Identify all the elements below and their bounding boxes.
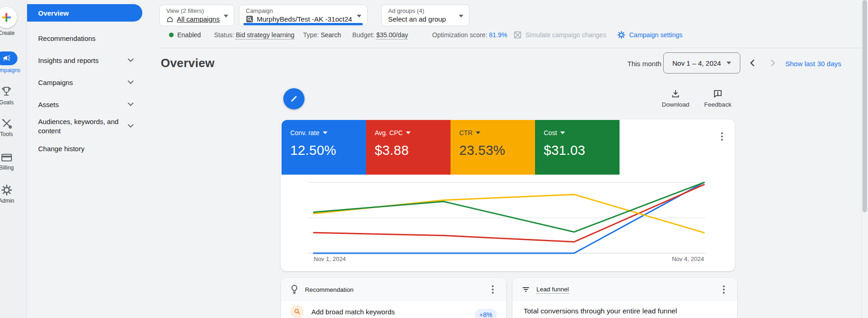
- tools-icon: [0, 118, 27, 129]
- recommendation-card: Recommendation Add broad match keywords …: [281, 278, 506, 318]
- rail-label: Billing: [0, 165, 27, 171]
- feedback-button[interactable]: Feedback: [699, 89, 736, 108]
- next-period-button: [767, 57, 779, 69]
- uplift-badge: +8%: [475, 309, 497, 318]
- performance-line-chart: [281, 175, 735, 271]
- megaphone-icon: [0, 51, 17, 65]
- rail-item-admin[interactable]: Admin: [0, 184, 27, 204]
- optimization-score: Optimization score: 81.9%: [432, 30, 507, 40]
- search-icon: [290, 305, 304, 318]
- search-campaign-icon: [246, 15, 254, 23]
- adgroup-picker-value: Select an ad group: [388, 15, 446, 23]
- nav-item-change-history[interactable]: Change history: [38, 144, 141, 153]
- x-axis-end-label: Nov 4, 2024: [672, 256, 704, 262]
- nav-item-overview[interactable]: Overview: [27, 4, 142, 22]
- budget-value[interactable]: $35.00/day: [376, 31, 408, 40]
- view-picker-value: All campaigns: [177, 15, 220, 23]
- campaign-picker-value: MurphyBeds/Test -AK -31oct24: [257, 15, 352, 23]
- nav-item-recommendations[interactable]: Recommendations: [38, 34, 141, 43]
- plus-icon: [0, 7, 17, 28]
- credit-card-icon: [0, 153, 27, 163]
- dropdown-caret-icon: [406, 131, 411, 134]
- simulate-campaign-changes-button: Simulate campaign changes: [513, 30, 606, 40]
- dropdown-caret-icon: [560, 131, 565, 134]
- rail-item-create[interactable]: Create: [0, 7, 27, 36]
- metric-selector-ctr[interactable]: CTR 23.53%: [451, 120, 535, 175]
- chart-line-avg-cpc: [314, 185, 704, 242]
- card-title[interactable]: Lead funnel: [536, 286, 569, 294]
- scrollbar-track: [862, 0, 868, 318]
- chart-more-options-icon[interactable]: [718, 132, 726, 141]
- page-title: Overview: [161, 56, 214, 70]
- metric-selector-cost[interactable]: Cost $31.03: [535, 120, 620, 175]
- download-icon: [657, 89, 694, 99]
- app-rail: Create Campaigns Goals: [0, 0, 27, 318]
- nav-item-label: Overview: [38, 9, 69, 17]
- view-picker-label: View (2 filters): [166, 7, 228, 14]
- lead-funnel-description: Total conversions through your entire le…: [524, 307, 677, 315]
- nav-item-campaigns[interactable]: Campaigns: [38, 78, 141, 87]
- metric-selector-conv-rate[interactable]: Conv. rate 12.50%: [282, 120, 366, 175]
- dropdown-caret-icon: [224, 15, 228, 17]
- gear-icon: [617, 31, 626, 39]
- rail-item-tools[interactable]: Tools: [0, 118, 27, 137]
- card-title: Recommendation: [305, 286, 354, 293]
- status-value[interactable]: Bid strategy learning: [236, 31, 294, 40]
- campaign-status: Status: Bid strategy learning: [214, 30, 294, 40]
- dropdown-caret-icon: [357, 15, 361, 17]
- header-divider: [159, 48, 862, 48]
- feedback-icon: [699, 89, 736, 99]
- show-last-30-days-link[interactable]: Show last 30 days: [785, 60, 841, 68]
- nav-item-insights-and-reports[interactable]: Insights and reports: [38, 56, 141, 65]
- x-axis-start-label: Nov 1, 2024: [314, 256, 346, 262]
- overview-chart-card: Conv. rate 12.50% Avg. CPC $3.88 CTR 23.…: [281, 119, 735, 271]
- view-picker[interactable]: View (2 filters) All campaigns: [159, 5, 234, 26]
- funnel-icon: [522, 286, 530, 293]
- campaign-type: Type: Search: [303, 30, 341, 40]
- section-nav: Overview Recommendations Insights and re…: [27, 0, 159, 318]
- previous-period-button[interactable]: [746, 57, 758, 69]
- rail-label: Campaigns: [0, 67, 27, 74]
- dropdown-caret-icon: [476, 131, 480, 134]
- adgroup-picker-label: Ad groups (4): [388, 7, 463, 14]
- lightbulb-icon: [290, 284, 299, 295]
- enabled-status: Enabled: [169, 30, 201, 40]
- date-range-picker[interactable]: Nov 1 – 4, 2024: [663, 52, 740, 74]
- rail-label: Admin: [0, 198, 27, 204]
- edit-overview-button[interactable]: [283, 88, 304, 109]
- nav-item-audiences-keywords-content[interactable]: Audiences, keywords, and content: [38, 117, 141, 136]
- metric-selector-avg-cpc[interactable]: Avg. CPC $3.88: [366, 120, 451, 175]
- rail-item-campaigns[interactable]: Campaigns: [0, 51, 27, 74]
- rail-label: Create: [0, 30, 27, 36]
- gear-icon: [0, 184, 27, 196]
- rail-label: Tools: [0, 131, 27, 137]
- download-button[interactable]: Download: [657, 89, 694, 108]
- campaign-picker[interactable]: Campaign MurphyBeds/Test -AK -31oct24: [239, 5, 367, 26]
- rail-item-billing[interactable]: Billing: [0, 153, 27, 171]
- metric-value: 12.50%: [290, 143, 366, 158]
- metric-value: $31.03: [544, 143, 620, 158]
- pencil-icon: [289, 94, 299, 103]
- scrollbar-thumb[interactable]: [862, 0, 867, 212]
- dropdown-caret-icon: [323, 131, 327, 134]
- lead-funnel-more-options-icon[interactable]: [720, 285, 728, 294]
- metric-value: $3.88: [375, 143, 451, 158]
- dropdown-caret-icon: [459, 15, 463, 17]
- dropdown-caret-icon: [727, 62, 731, 64]
- date-range-value: Nov 1 – 4, 2024: [672, 59, 721, 67]
- enabled-dot-icon: [169, 33, 174, 37]
- chart-line-cost: [314, 182, 704, 232]
- recommendation-item[interactable]: Add broad match keywords +8%: [290, 304, 497, 318]
- nav-item-assets[interactable]: Assets: [38, 100, 141, 109]
- home-icon: [166, 16, 174, 23]
- simulate-icon: [513, 31, 522, 39]
- recommendation-more-options-icon[interactable]: [489, 285, 497, 294]
- rail-item-goals[interactable]: Goals: [0, 85, 27, 106]
- campaign-settings-button[interactable]: Campaign settings: [617, 30, 682, 40]
- period-label: This month: [627, 60, 661, 68]
- adgroup-picker[interactable]: Ad groups (4) Select an ad group: [381, 5, 469, 26]
- metric-value: 23.53%: [459, 143, 535, 158]
- campaign-picker-label: Campaign: [246, 7, 361, 14]
- active-campaign-indicator: [243, 23, 363, 25]
- lead-funnel-card: Lead funnel Total conversions through yo…: [513, 278, 737, 318]
